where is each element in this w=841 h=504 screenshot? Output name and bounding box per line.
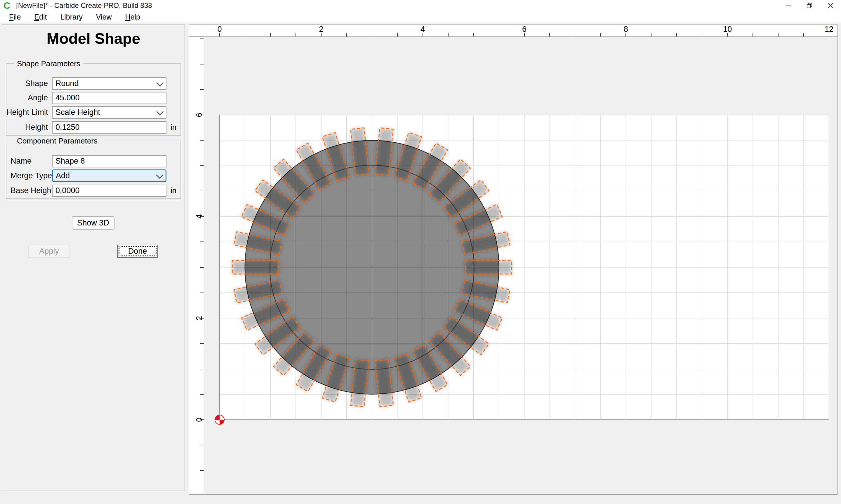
name-label: Name <box>11 157 52 166</box>
merge-type-select-value: Add <box>56 171 70 180</box>
ruler-tick <box>778 33 778 36</box>
height-limit-label: Height Limit <box>6 108 48 117</box>
ruler-tick <box>676 33 677 36</box>
shape-parameters-group: Shape Parameters Shape Round Angle Heigh… <box>6 63 181 136</box>
design-canvas[interactable] <box>204 37 837 494</box>
ruler-label: 4 <box>420 25 425 34</box>
ruler-tick <box>702 33 702 36</box>
ruler-tick <box>200 394 204 395</box>
ruler-tick <box>549 33 550 36</box>
ruler-tick <box>270 33 271 36</box>
merge-type-label: Merge Type <box>11 171 52 180</box>
design-area: 024681012 0246 <box>189 24 838 495</box>
ruler-tick <box>200 165 204 166</box>
chevron-down-icon <box>156 79 164 86</box>
angle-label: Angle <box>6 93 48 102</box>
page-title: Model Shape <box>2 30 185 47</box>
ruler-label: 6 <box>522 25 527 34</box>
height-unit: in <box>171 123 176 132</box>
ruler-tick <box>397 33 398 36</box>
ruler-tick <box>372 33 372 36</box>
ruler-label: 2 <box>195 316 204 320</box>
close-button[interactable] <box>820 0 841 11</box>
ruler-tick <box>753 33 753 36</box>
ruler-label: 0 <box>217 25 222 34</box>
merge-type-select[interactable]: Add <box>52 169 167 182</box>
done-button[interactable]: Done <box>117 245 158 258</box>
shape-label: Shape <box>6 79 48 88</box>
ruler-tick <box>575 33 575 36</box>
ruler-tick <box>200 343 204 344</box>
ruler-tick <box>200 140 204 141</box>
chevron-down-icon <box>156 108 164 115</box>
ruler-label: 6 <box>195 112 204 117</box>
base-height-unit: in <box>171 186 176 195</box>
ruler-tick <box>200 38 204 39</box>
base-height-input[interactable] <box>52 185 167 197</box>
ruler-tick <box>200 470 204 471</box>
menu-bar: FileEditLibraryViewHelp <box>0 11 841 23</box>
ruler-label: 8 <box>624 25 628 34</box>
component-parameters-legend: Component Parameters <box>14 137 101 146</box>
ruler-label: 10 <box>723 25 732 34</box>
minimize-icon <box>785 2 792 9</box>
height-limit-select-value: Scale Height <box>55 108 100 117</box>
angle-input[interactable] <box>52 92 167 104</box>
app-logo-icon: C <box>3 0 10 11</box>
ruler-tick <box>200 191 204 191</box>
ruler-label: 2 <box>319 25 323 34</box>
ruler-tick <box>200 445 204 445</box>
height-limit-select[interactable]: Scale Height <box>52 106 167 119</box>
shape-parameters-legend: Shape Parameters <box>14 59 83 68</box>
ruler-tick <box>200 369 204 369</box>
ruler-label: 12 <box>825 25 834 34</box>
ruler-tick <box>651 33 651 36</box>
menu-item-edit[interactable]: Edit <box>28 13 53 21</box>
restore-icon <box>806 2 813 9</box>
menu-item-help[interactable]: Help <box>119 13 147 21</box>
base-height-label: Base Height <box>11 186 52 195</box>
model-shape-panel: Model Shape Shape Parameters Shape Round… <box>2 24 185 491</box>
menu-item-library[interactable]: Library <box>53 13 89 21</box>
ruler-tick <box>499 33 499 36</box>
ruler-corner <box>189 24 204 37</box>
ruler-tick <box>346 33 347 36</box>
ruler-tick <box>200 241 204 242</box>
ruler-tick <box>245 33 245 36</box>
menu-item-file[interactable]: File <box>2 13 28 21</box>
ruler-tick <box>600 33 601 36</box>
left-ruler: 0246 <box>189 37 204 494</box>
component-parameters-group: Component Parameters Name Merge Type Add… <box>6 141 181 199</box>
ruler-tick <box>200 292 204 293</box>
show-3d-button[interactable]: Show 3D <box>72 216 115 230</box>
ruler-tick <box>803 33 804 36</box>
top-ruler: 024681012 <box>204 24 837 37</box>
window-title: [NewFile]* - Carbide Create PRO, Build 8… <box>16 1 152 10</box>
ruler-tick <box>295 33 296 36</box>
shape-select-value: Round <box>55 79 79 88</box>
apply-button[interactable]: Apply <box>28 245 70 258</box>
restore-button[interactable] <box>799 0 820 11</box>
ruler-label: 0 <box>195 417 204 422</box>
ruler-tick <box>448 33 448 36</box>
origin-marker <box>215 415 224 425</box>
height-input[interactable] <box>52 121 167 133</box>
shape-select[interactable]: Round <box>52 77 167 90</box>
name-input[interactable] <box>52 155 167 167</box>
ruler-label: 4 <box>195 214 204 219</box>
ruler-tick <box>200 89 204 90</box>
ruler-tick <box>200 64 204 65</box>
window-controls <box>778 0 841 11</box>
canvas-svg <box>204 37 837 494</box>
chevron-down-icon <box>156 171 163 179</box>
menu-item-view[interactable]: View <box>89 13 119 21</box>
minimize-button[interactable] <box>778 0 799 11</box>
ruler-tick <box>200 267 204 268</box>
ruler-tick <box>473 33 474 36</box>
title-bar: C [NewFile]* - Carbide Create PRO, Build… <box>0 0 841 11</box>
close-icon <box>827 2 834 9</box>
height-label: Height <box>6 123 48 132</box>
